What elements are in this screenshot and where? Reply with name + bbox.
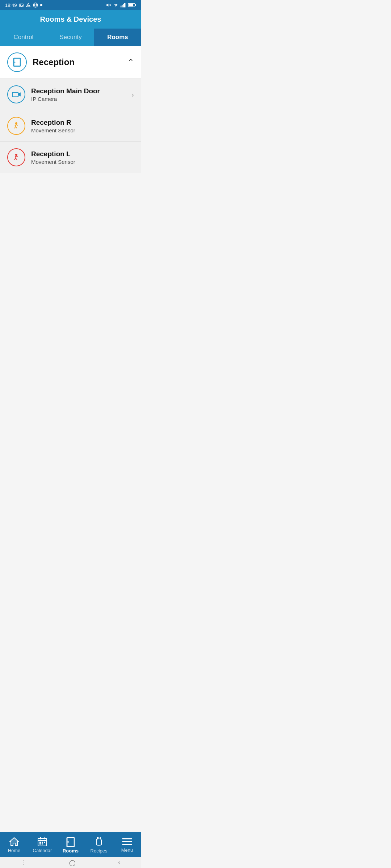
device-type: Movement Sensor	[31, 127, 134, 133]
svg-point-23	[14, 62, 16, 63]
chevron-up-icon[interactable]: ⌃	[127, 58, 134, 67]
device-name: Reception Main Door	[31, 87, 126, 95]
battery-icon	[128, 3, 136, 8]
motion-yellow-icon-container	[7, 117, 25, 135]
app-header: Rooms & Devices Control Security Rooms	[0, 10, 141, 46]
device-name: Reception L	[31, 150, 134, 158]
list-item[interactable]: Reception Main Door IP Camera ›	[0, 79, 141, 110]
list-item[interactable]: Reception L Movement Sensor	[0, 142, 141, 173]
room-name: Reception	[33, 57, 122, 67]
device-list: Reception Main Door IP Camera › Receptio…	[0, 79, 141, 173]
camera-icon-container	[7, 85, 25, 103]
svg-point-4	[33, 3, 38, 7]
svg-rect-14	[123, 4, 123, 8]
drive-icon	[26, 3, 31, 8]
door-svg	[12, 57, 22, 68]
device-info: Reception R Movement Sensor	[31, 119, 134, 133]
header-title: Rooms & Devices	[0, 15, 141, 29]
svg-rect-18	[135, 4, 136, 6]
status-right	[106, 3, 136, 8]
device-type: IP Camera	[31, 96, 126, 102]
svg-rect-24	[12, 93, 18, 97]
device-info: Reception L Movement Sensor	[31, 150, 134, 165]
list-item[interactable]: Reception R Movement Sensor	[0, 110, 141, 142]
camera-svg	[12, 90, 21, 99]
device-name: Reception R	[31, 119, 134, 127]
svg-marker-2	[26, 3, 30, 7]
status-left: 18:49	[5, 2, 42, 8]
svg-rect-12	[121, 6, 121, 8]
svg-rect-16	[125, 3, 126, 7]
svg-line-35	[16, 158, 17, 160]
svg-point-32	[15, 154, 17, 156]
svg-point-26	[15, 122, 17, 124]
room-icon	[7, 52, 27, 72]
device-type: Movement Sensor	[31, 159, 134, 165]
motion-red-icon-container	[7, 148, 25, 166]
photo-icon	[19, 3, 24, 8]
tabs: Control Security Rooms	[0, 29, 141, 46]
notification-dot	[40, 4, 42, 6]
mute-icon	[106, 3, 111, 8]
svg-rect-15	[124, 3, 125, 7]
wifi-icon	[113, 3, 119, 8]
svg-rect-13	[122, 5, 122, 7]
chrome-icon	[33, 2, 38, 8]
device-info: Reception Main Door IP Camera	[31, 87, 126, 102]
tab-rooms[interactable]: Rooms	[94, 29, 141, 46]
motion-red-svg	[11, 152, 21, 162]
tab-control[interactable]: Control	[0, 29, 47, 46]
svg-marker-9	[106, 4, 108, 7]
tab-security[interactable]: Security	[47, 29, 94, 46]
svg-line-29	[16, 127, 17, 128]
status-time: 18:49	[5, 3, 17, 8]
svg-line-31	[16, 124, 18, 125]
chevron-right-icon: ›	[131, 90, 134, 99]
motion-yellow-svg	[11, 121, 21, 131]
room-header[interactable]: Reception ⌃	[0, 46, 141, 79]
signal-icon	[121, 3, 126, 8]
status-bar: 18:49	[0, 0, 141, 10]
svg-line-37	[16, 156, 18, 157]
svg-rect-19	[129, 4, 133, 6]
